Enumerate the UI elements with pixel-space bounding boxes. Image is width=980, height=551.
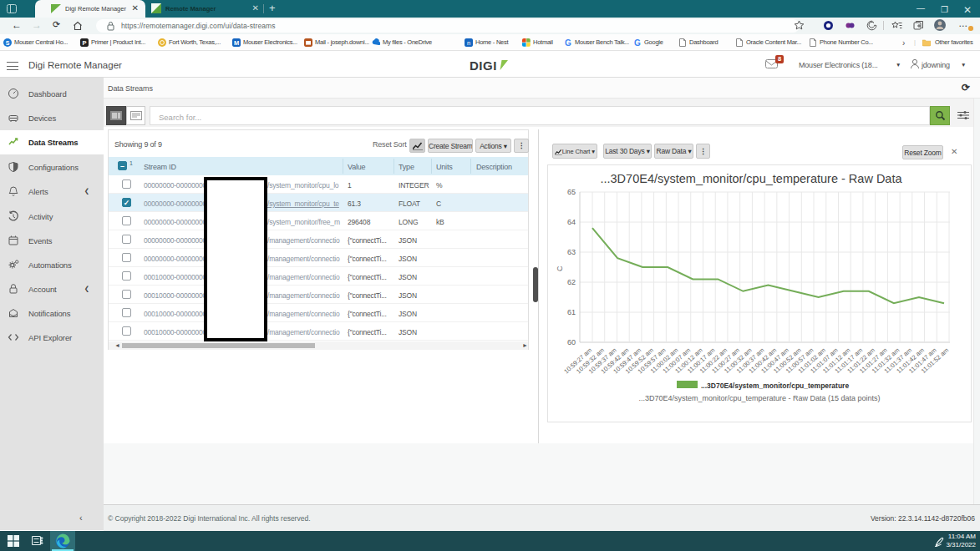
svg-text:M: M	[234, 39, 239, 47]
svg-text:60: 60	[567, 338, 576, 346]
svg-text:62: 62	[567, 278, 576, 286]
svg-text:63: 63	[567, 248, 576, 256]
svg-text:G: G	[634, 38, 641, 47]
svg-text:65: 65	[567, 188, 576, 196]
svg-text:G: G	[565, 38, 571, 47]
svg-text:P: P	[82, 39, 86, 47]
svg-text:S: S	[6, 39, 10, 45]
svg-text:61: 61	[567, 308, 576, 316]
svg-text:64: 64	[567, 218, 576, 226]
svg-text:C: C	[556, 265, 564, 271]
svg-text:n: n	[467, 39, 470, 47]
